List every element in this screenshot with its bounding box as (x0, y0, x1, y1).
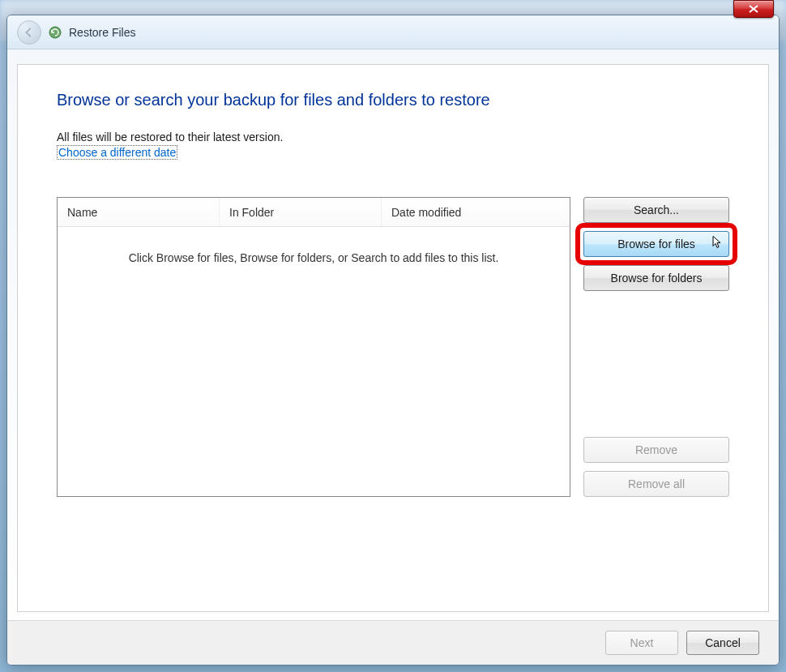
svg-point-0 (49, 27, 61, 38)
browse-folders-button[interactable]: Browse for folders (583, 265, 729, 291)
browse-files-label: Browse for files (617, 238, 695, 250)
remove-all-button: Remove all (583, 471, 729, 497)
search-button[interactable]: Search... (583, 197, 729, 223)
choose-date-link[interactable]: Choose a different date (57, 145, 177, 160)
content-area: Browse or search your backup for files a… (17, 64, 769, 612)
file-list-panel: Name In Folder Date modified Click Brows… (57, 197, 570, 497)
cancel-button[interactable]: Cancel (686, 631, 759, 655)
titlebar: Restore Files (7, 15, 779, 49)
page-heading: Browse or search your backup for files a… (57, 91, 729, 109)
column-header-folder[interactable]: In Folder (220, 198, 382, 226)
wizard-footer: Next Cancel (7, 620, 779, 665)
back-button[interactable] (17, 20, 41, 45)
wizard-window: Restore Files Browse or search your back… (6, 15, 780, 666)
file-list-empty-hint: Click Browse for files, Browse for folde… (58, 227, 570, 289)
remove-button: Remove (583, 437, 729, 463)
window-controls (721, 0, 786, 20)
window-title: Restore Files (69, 26, 135, 39)
browse-files-button[interactable]: Browse for files (583, 231, 729, 257)
close-button[interactable] (733, 0, 774, 18)
arrow-left-icon (23, 27, 35, 38)
column-header-date[interactable]: Date modified (382, 198, 570, 226)
restore-version-text: All files will be restored to their late… (57, 131, 729, 143)
next-button: Next (605, 631, 678, 655)
column-header-name[interactable]: Name (58, 198, 220, 226)
close-icon (749, 5, 758, 13)
restore-icon (48, 25, 62, 40)
cursor-icon (712, 236, 724, 253)
file-list-header: Name In Folder Date modified (58, 198, 570, 227)
action-button-column: Search... Browse for files Browse for fo… (583, 197, 729, 497)
